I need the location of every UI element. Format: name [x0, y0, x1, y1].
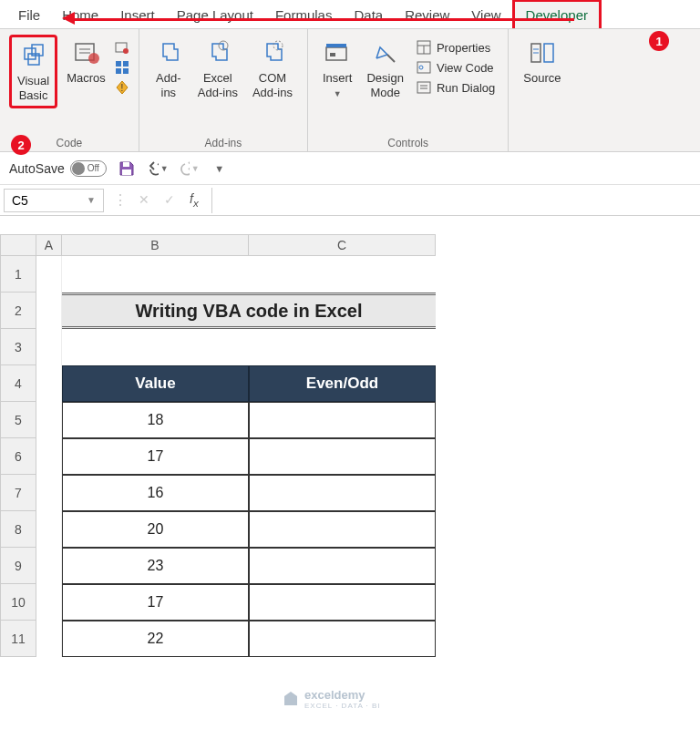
- cancel-formula-button[interactable]: ✕: [135, 190, 153, 209]
- col-header[interactable]: A: [36, 234, 62, 256]
- group-addins: Add- ins Excel Add-ins COM Add-ins Add-i…: [139, 29, 308, 151]
- svg-rect-17: [326, 44, 346, 47]
- save-button[interactable]: [116, 158, 138, 180]
- tab-review[interactable]: Review: [394, 2, 460, 28]
- addins-icon: [154, 38, 183, 67]
- cell[interactable]: 22: [62, 621, 249, 657]
- group-code-label: Code: [57, 135, 83, 149]
- formula-bar[interactable]: [211, 188, 700, 213]
- name-box[interactable]: C5 ▼: [4, 189, 104, 212]
- source-button[interactable]: Source: [518, 35, 566, 89]
- row-header[interactable]: 5: [0, 402, 36, 438]
- cell[interactable]: [249, 548, 436, 584]
- run-dialog-icon: [417, 80, 431, 95]
- table-header-value[interactable]: Value: [62, 365, 249, 402]
- com-addins-label: COM Add-ins: [252, 71, 293, 99]
- undo-button[interactable]: ▼: [147, 158, 169, 180]
- redo-button[interactable]: ▼: [178, 158, 200, 180]
- cell[interactable]: 18: [62, 402, 249, 438]
- cell[interactable]: [249, 475, 436, 511]
- row-header[interactable]: 11: [0, 621, 36, 657]
- insert-control-button[interactable]: Insert ▼: [317, 35, 358, 102]
- tab-formulas[interactable]: Formulas: [264, 2, 344, 28]
- dropdown-icon: ▼: [334, 89, 342, 99]
- fx-button[interactable]: fx: [186, 190, 202, 210]
- quick-access-toolbar: AutoSave Off ▼ ▼ ▼: [0, 152, 700, 185]
- relative-ref-icon[interactable]: [115, 60, 129, 75]
- svg-rect-34: [284, 696, 297, 705]
- tab-file[interactable]: File: [7, 2, 51, 28]
- tab-pagelayout[interactable]: Page Layout: [166, 2, 264, 28]
- ribbon-tabs: File Home Insert Page Layout Formulas Da…: [0, 0, 700, 29]
- col-header[interactable]: B: [62, 234, 249, 256]
- com-addins-button[interactable]: COM Add-ins: [247, 35, 298, 103]
- table-header-evenodd[interactable]: Even/Odd: [249, 365, 436, 402]
- group-controls: Insert ▼ Design Mode Properties View Cod…: [308, 29, 509, 151]
- row-header[interactable]: 9: [0, 548, 36, 584]
- properties-label: Properties: [437, 41, 490, 55]
- cell[interactable]: 17: [62, 584, 249, 621]
- enter-formula-button[interactable]: ✓: [160, 190, 179, 209]
- row-header[interactable]: 4: [0, 365, 36, 402]
- row-header[interactable]: 8: [0, 511, 36, 548]
- svg-point-8: [123, 48, 129, 54]
- run-dialog-label: Run Dialog: [437, 81, 495, 95]
- addins-button[interactable]: Add- ins: [149, 35, 189, 103]
- tab-developer[interactable]: Developer: [512, 0, 602, 28]
- record-macro-icon[interactable]: [115, 40, 129, 55]
- qat-customize[interactable]: ▼: [209, 158, 231, 180]
- design-mode-button[interactable]: Design Mode: [361, 35, 408, 103]
- svg-point-6: [88, 53, 99, 64]
- spreadsheet: 1 2 3 4 5 6 7 8 9 10 11 A B C Writing VB…: [0, 234, 700, 657]
- cell[interactable]: 23: [62, 548, 249, 584]
- row-header[interactable]: 6: [0, 438, 36, 475]
- cell[interactable]: [249, 511, 436, 548]
- excel-addins-label: Excel Add-ins: [198, 71, 238, 99]
- cell[interactable]: 16: [62, 475, 249, 511]
- source-label: Source: [523, 71, 561, 86]
- group-xml: Source: [509, 29, 575, 151]
- cell[interactable]: [249, 402, 436, 438]
- properties-button[interactable]: Properties: [413, 38, 499, 56]
- row-header[interactable]: 2: [0, 293, 36, 329]
- visual-basic-icon: [19, 41, 48, 70]
- cell[interactable]: [249, 584, 436, 621]
- row-header[interactable]: 7: [0, 475, 36, 511]
- excel-addins-button[interactable]: Excel Add-ins: [192, 35, 243, 103]
- visual-basic-button[interactable]: Visual Basic: [9, 35, 57, 108]
- group-xml-label: [540, 135, 543, 149]
- view-code-button[interactable]: View Code: [413, 58, 499, 77]
- run-dialog-button[interactable]: Run Dialog: [413, 78, 499, 97]
- design-mode-icon: [371, 38, 400, 67]
- svg-rect-11: [116, 68, 121, 74]
- row-header[interactable]: 3: [0, 329, 36, 365]
- excel-addins-icon: [203, 38, 232, 67]
- view-code-icon: [417, 60, 431, 75]
- insert-control-label: Insert: [323, 71, 353, 86]
- group-controls-label: Controls: [387, 135, 428, 149]
- col-header[interactable]: C: [249, 234, 436, 256]
- sheet-title[interactable]: Writing VBA code in Excel: [62, 293, 436, 329]
- tab-view[interactable]: View: [460, 2, 511, 28]
- cell[interactable]: [249, 621, 436, 657]
- macros-icon: [72, 38, 101, 67]
- com-addins-icon: [258, 38, 287, 67]
- svg-line-19: [387, 55, 395, 62]
- cell[interactable]: 20: [62, 511, 249, 548]
- tab-home[interactable]: Home: [51, 2, 109, 28]
- row-header[interactable]: 10: [0, 584, 36, 621]
- tab-data[interactable]: Data: [343, 2, 394, 28]
- cell[interactable]: [249, 438, 436, 475]
- annotation-arrowhead: [62, 12, 75, 25]
- svg-rect-25: [417, 82, 430, 93]
- cell[interactable]: 17: [62, 438, 249, 475]
- macros-button[interactable]: Macros: [61, 35, 111, 89]
- select-all-corner[interactable]: [0, 234, 36, 256]
- svg-rect-9: [116, 61, 121, 67]
- group-code: Visual Basic Macros ! Code: [0, 29, 139, 151]
- macro-security-icon[interactable]: !: [115, 80, 129, 95]
- watermark: exceldemy EXCEL · DATA · BI: [283, 688, 381, 710]
- tab-insert[interactable]: Insert: [109, 2, 166, 28]
- row-header[interactable]: 1: [0, 256, 36, 293]
- autosave-toggle[interactable]: AutoSave Off: [9, 160, 107, 177]
